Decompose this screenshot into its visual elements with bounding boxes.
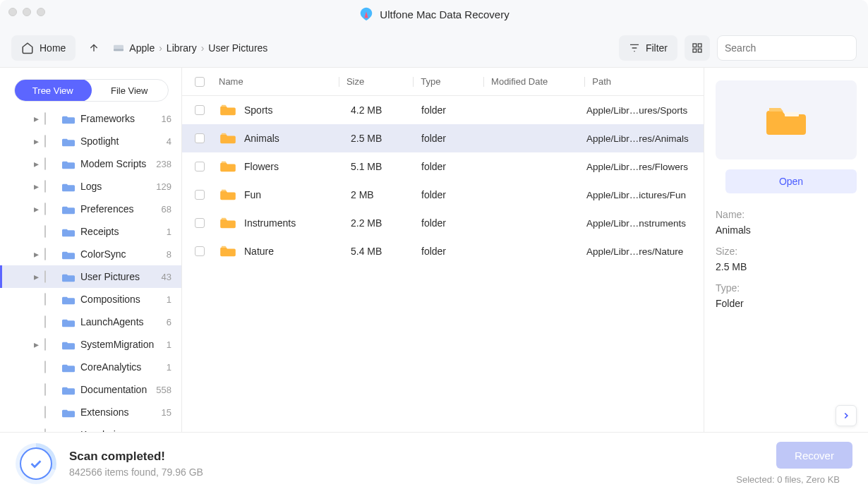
row-checkbox[interactable]: [195, 133, 205, 143]
tree-checkbox[interactable]: [44, 248, 46, 260]
sidebar-item[interactable]: ▸Logs129: [0, 175, 181, 198]
caret-icon[interactable]: ▸: [34, 158, 41, 169]
folder-icon: [62, 430, 75, 433]
sidebar-item[interactable]: Keychains4: [0, 423, 181, 432]
folder-icon: [220, 188, 236, 201]
col-size[interactable]: Size: [346, 76, 413, 87]
col-modified[interactable]: Modified Date: [491, 76, 584, 87]
tree-label: Extensions: [80, 406, 162, 418]
row-size: 5.4 MB: [351, 246, 421, 257]
sidebar-item[interactable]: Compositions1: [0, 288, 181, 311]
file-table: Name Size Type Modified Date Path Sports…: [182, 68, 704, 432]
row-checkbox[interactable]: [195, 218, 205, 228]
row-type: folder: [421, 246, 488, 257]
col-name[interactable]: Name: [219, 76, 339, 87]
search-field[interactable]: [725, 42, 848, 54]
sidebar-item[interactable]: CoreAnalytics1: [0, 356, 181, 378]
sidebar-item[interactable]: LaunchAgents6: [0, 311, 181, 333]
folder-icon: [220, 245, 236, 258]
caret-icon[interactable]: ▸: [34, 248, 41, 260]
tab-file-view[interactable]: File View: [91, 80, 169, 101]
caret-icon[interactable]: ▸: [34, 271, 41, 282]
sidebar-item[interactable]: Receipts1: [0, 220, 181, 243]
tree-checkbox[interactable]: [44, 361, 46, 373]
table-row[interactable]: Nature5.4 MBfolderApple/Libr…res/Nature: [182, 237, 704, 265]
row-checkbox[interactable]: [195, 246, 205, 256]
tree-count: 8: [167, 249, 171, 260]
details-type-label: Type:: [716, 282, 857, 294]
table-row[interactable]: Flowers5.1 MBfolderApple/Libr…res/Flower…: [182, 152, 704, 181]
tree-checkbox[interactable]: [44, 135, 46, 147]
collapse-details-button[interactable]: [836, 405, 857, 426]
col-type[interactable]: Type: [421, 76, 483, 87]
tree-label: Frameworks: [80, 113, 162, 124]
sidebar-item[interactable]: ▸Preferences68: [0, 198, 181, 220]
col-path[interactable]: Path: [592, 76, 692, 87]
select-all-checkbox[interactable]: [195, 77, 205, 87]
maximize-icon[interactable]: [37, 8, 45, 16]
crumb-2[interactable]: User Pictures: [208, 42, 267, 54]
sidebar-item[interactable]: ▸Frameworks16: [0, 107, 181, 130]
check-icon: [28, 456, 44, 471]
caret-icon[interactable]: ▸: [34, 181, 41, 192]
crumb-0[interactable]: Apple: [129, 42, 155, 54]
tree-checkbox[interactable]: [44, 406, 46, 418]
table-row[interactable]: Sports4.2 MBfolderApple/Libr…ures/Sports: [182, 96, 704, 124]
view-tabs: Tree View File View: [0, 68, 181, 107]
sidebar-item[interactable]: ▸SystemMigration1: [0, 333, 181, 356]
tree-checkbox[interactable]: [44, 157, 46, 170]
folder-icon: [62, 249, 75, 260]
home-button[interactable]: Home: [11, 35, 76, 61]
caret-icon[interactable]: ▸: [34, 135, 41, 147]
tree-checkbox[interactable]: [44, 203, 46, 215]
search-input[interactable]: [717, 35, 857, 61]
tree-checkbox[interactable]: [44, 428, 46, 432]
tree-checkbox[interactable]: [44, 112, 46, 125]
row-name: Animals: [244, 133, 279, 144]
caret-icon[interactable]: ▸: [34, 203, 41, 215]
row-type: folder: [421, 161, 488, 172]
row-checkbox[interactable]: [195, 105, 205, 115]
caret-icon[interactable]: ▸: [34, 113, 41, 124]
open-button[interactable]: Open: [725, 169, 857, 193]
window-controls[interactable]: [8, 8, 45, 16]
tree-checkbox[interactable]: [44, 270, 46, 283]
tree-checkbox[interactable]: [44, 225, 46, 238]
row-size: 2 MB: [351, 189, 421, 200]
filter-button[interactable]: Filter: [619, 35, 677, 61]
svg-rect-3: [698, 44, 701, 47]
tree-checkbox[interactable]: [44, 293, 46, 306]
caret-icon[interactable]: ▸: [34, 339, 41, 350]
sidebar-item[interactable]: ▸Modem Scripts238: [0, 152, 181, 175]
sidebar-item[interactable]: ▸User Pictures43: [0, 265, 181, 288]
tree-label: LaunchAgents: [80, 316, 167, 327]
tree-label: User Pictures: [80, 271, 162, 282]
filter-label: Filter: [646, 42, 668, 54]
sidebar-item[interactable]: Documentation558: [0, 378, 181, 401]
up-button[interactable]: [83, 35, 105, 61]
folder-icon: [62, 159, 75, 169]
table-row[interactable]: Fun2 MBfolderApple/Libr…ictures/Fun: [182, 181, 704, 209]
table-row[interactable]: Animals2.5 MBfolderApple/Libr…res/Animal…: [182, 124, 704, 152]
svg-rect-7: [785, 112, 799, 116]
folder-icon: [220, 217, 236, 229]
grid-view-button[interactable]: [685, 35, 710, 61]
sidebar-item[interactable]: ▸ColorSync8: [0, 243, 181, 265]
tab-tree-view[interactable]: Tree View: [14, 79, 92, 102]
recover-button[interactable]: Recover: [776, 442, 852, 469]
tree-checkbox[interactable]: [44, 383, 46, 396]
sidebar-item[interactable]: ▸Spotlight4: [0, 130, 181, 152]
minimize-icon[interactable]: [23, 8, 31, 16]
folder-tree[interactable]: ▸Frameworks16▸Spotlight4▸Modem Scripts23…: [0, 107, 181, 432]
tree-checkbox[interactable]: [44, 338, 46, 351]
row-checkbox[interactable]: [195, 190, 205, 200]
crumb-1[interactable]: Library: [167, 42, 197, 54]
tree-checkbox[interactable]: [44, 315, 46, 328]
row-name: Fun: [244, 189, 261, 200]
close-icon[interactable]: [8, 8, 17, 16]
sidebar-item[interactable]: Extensions15: [0, 401, 181, 423]
table-row[interactable]: Instruments2.2 MBfolderApple/Libr…nstrum…: [182, 209, 704, 237]
tree-count: 1: [167, 339, 171, 350]
tree-checkbox[interactable]: [44, 180, 46, 193]
row-checkbox[interactable]: [195, 162, 205, 171]
